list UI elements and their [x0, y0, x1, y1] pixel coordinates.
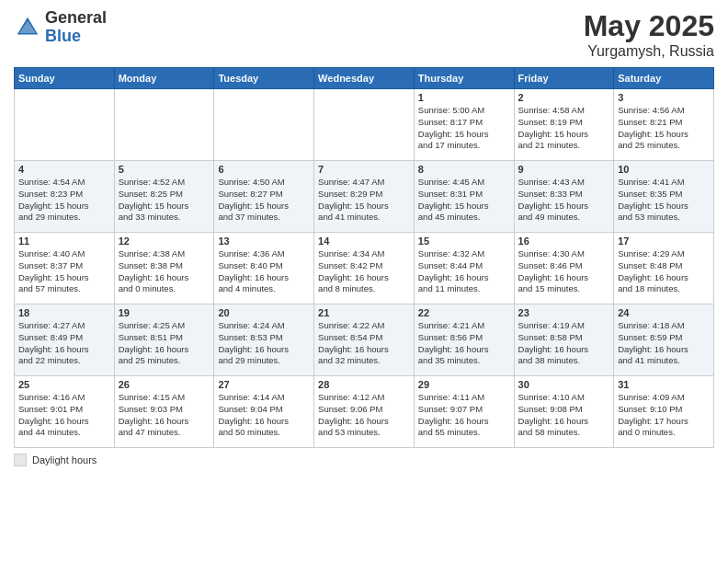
day-info: Sunrise: 4:22 AMSunset: 8:54 PMDaylight:…	[318, 320, 410, 367]
calendar-cell: 16Sunrise: 4:30 AMSunset: 8:46 PMDayligh…	[514, 233, 614, 304]
title-block: May 2025 Yurgamysh, Russia	[584, 9, 714, 60]
day-number: 6	[218, 164, 310, 175]
calendar-cell: 30Sunrise: 4:10 AMSunset: 9:08 PMDayligh…	[514, 376, 614, 448]
calendar-cell: 10Sunrise: 4:41 AMSunset: 8:35 PMDayligh…	[614, 161, 714, 233]
day-number: 9	[518, 164, 610, 175]
day-info: Sunrise: 4:41 AMSunset: 8:35 PMDaylight:…	[618, 177, 710, 224]
calendar-week-row: 25Sunrise: 4:16 AMSunset: 9:01 PMDayligh…	[15, 376, 714, 448]
calendar-cell: 15Sunrise: 4:32 AMSunset: 8:44 PMDayligh…	[414, 233, 514, 304]
day-number: 27	[218, 379, 310, 390]
calendar-cell: 11Sunrise: 4:40 AMSunset: 8:37 PMDayligh…	[15, 233, 115, 304]
day-info: Sunrise: 4:16 AMSunset: 9:01 PMDaylight:…	[18, 392, 110, 439]
calendar-cell: 9Sunrise: 4:43 AMSunset: 8:33 PMDaylight…	[514, 161, 614, 233]
day-info: Sunrise: 4:40 AMSunset: 8:37 PMDaylight:…	[18, 248, 110, 295]
calendar-cell: 27Sunrise: 4:14 AMSunset: 9:04 PMDayligh…	[214, 376, 314, 448]
calendar-header-friday: Friday	[514, 68, 614, 89]
day-number: 23	[518, 307, 610, 318]
day-info: Sunrise: 4:25 AMSunset: 8:51 PMDaylight:…	[119, 320, 210, 367]
day-number: 2	[518, 92, 610, 103]
calendar-week-row: 18Sunrise: 4:27 AMSunset: 8:49 PMDayligh…	[15, 304, 714, 376]
calendar-cell: 14Sunrise: 4:34 AMSunset: 8:42 PMDayligh…	[314, 233, 415, 304]
calendar-cell: 12Sunrise: 4:38 AMSunset: 8:38 PMDayligh…	[114, 233, 214, 304]
day-info: Sunrise: 4:21 AMSunset: 8:56 PMDaylight:…	[418, 320, 510, 367]
day-info: Sunrise: 4:19 AMSunset: 8:58 PMDaylight:…	[518, 320, 610, 367]
day-number: 17	[618, 236, 710, 247]
calendar-cell: 31Sunrise: 4:09 AMSunset: 9:10 PMDayligh…	[614, 376, 714, 448]
day-info: Sunrise: 4:18 AMSunset: 8:59 PMDaylight:…	[618, 320, 710, 367]
day-number: 4	[18, 164, 110, 175]
calendar-cell: 8Sunrise: 4:45 AMSunset: 8:31 PMDaylight…	[414, 161, 514, 233]
day-info: Sunrise: 4:34 AMSunset: 8:42 PMDaylight:…	[318, 248, 410, 295]
day-info: Sunrise: 4:38 AMSunset: 8:38 PMDaylight:…	[119, 248, 210, 295]
logo-blue: Blue	[45, 28, 107, 46]
calendar-cell: 7Sunrise: 4:47 AMSunset: 8:29 PMDaylight…	[314, 161, 415, 233]
day-info: Sunrise: 4:45 AMSunset: 8:31 PMDaylight:…	[418, 177, 510, 224]
calendar-cell	[314, 89, 415, 161]
header: General Blue May 2025 Yurgamysh, Russia	[14, 9, 714, 60]
day-number: 11	[18, 236, 110, 247]
calendar-cell: 21Sunrise: 4:22 AMSunset: 8:54 PMDayligh…	[314, 304, 415, 376]
day-number: 5	[119, 164, 210, 175]
title-month: May 2025	[584, 9, 714, 43]
calendar-header-monday: Monday	[114, 68, 214, 89]
calendar-cell	[114, 89, 214, 161]
day-info: Sunrise: 4:14 AMSunset: 9:04 PMDaylight:…	[218, 392, 310, 439]
calendar-week-row: 1Sunrise: 5:00 AMSunset: 8:17 PMDaylight…	[15, 89, 714, 161]
calendar-header-sunday: Sunday	[15, 68, 115, 89]
calendar-cell: 20Sunrise: 4:24 AMSunset: 8:53 PMDayligh…	[214, 304, 314, 376]
calendar-week-row: 11Sunrise: 4:40 AMSunset: 8:37 PMDayligh…	[15, 233, 714, 304]
calendar-cell: 29Sunrise: 4:11 AMSunset: 9:07 PMDayligh…	[414, 376, 514, 448]
day-info: Sunrise: 4:36 AMSunset: 8:40 PMDaylight:…	[218, 248, 310, 295]
daylight-label: Daylight hours	[32, 454, 97, 465]
calendar-cell: 3Sunrise: 4:56 AMSunset: 8:21 PMDaylight…	[614, 89, 714, 161]
day-info: Sunrise: 4:12 AMSunset: 9:06 PMDaylight:…	[318, 392, 410, 439]
calendar-table: SundayMondayTuesdayWednesdayThursdayFrid…	[14, 67, 714, 448]
day-number: 10	[618, 164, 710, 175]
title-location: Yurgamysh, Russia	[584, 43, 714, 60]
day-number: 3	[618, 92, 710, 103]
day-info: Sunrise: 4:47 AMSunset: 8:29 PMDaylight:…	[318, 177, 410, 224]
calendar-cell: 28Sunrise: 4:12 AMSunset: 9:06 PMDayligh…	[314, 376, 415, 448]
calendar-header-wednesday: Wednesday	[314, 68, 415, 89]
calendar-week-row: 4Sunrise: 4:54 AMSunset: 8:23 PMDaylight…	[15, 161, 714, 233]
day-info: Sunrise: 4:29 AMSunset: 8:48 PMDaylight:…	[618, 248, 710, 295]
logo: General Blue	[14, 9, 107, 46]
day-number: 30	[518, 379, 610, 390]
calendar-cell: 6Sunrise: 4:50 AMSunset: 8:27 PMDaylight…	[214, 161, 314, 233]
day-info: Sunrise: 4:32 AMSunset: 8:44 PMDaylight:…	[418, 248, 510, 295]
day-info: Sunrise: 4:11 AMSunset: 9:07 PMDaylight:…	[418, 392, 510, 439]
day-info: Sunrise: 4:10 AMSunset: 9:08 PMDaylight:…	[518, 392, 610, 439]
day-number: 31	[618, 379, 710, 390]
day-number: 20	[218, 307, 310, 318]
footer-daylight-item: Daylight hours	[14, 454, 97, 466]
day-number: 18	[18, 307, 110, 318]
calendar-header-thursday: Thursday	[414, 68, 514, 89]
day-number: 8	[418, 164, 510, 175]
day-info: Sunrise: 4:56 AMSunset: 8:21 PMDaylight:…	[618, 105, 710, 152]
day-number: 25	[18, 379, 110, 390]
day-info: Sunrise: 4:27 AMSunset: 8:49 PMDaylight:…	[18, 320, 110, 367]
calendar-header-row: SundayMondayTuesdayWednesdayThursdayFrid…	[15, 68, 714, 89]
calendar-cell: 23Sunrise: 4:19 AMSunset: 8:58 PMDayligh…	[514, 304, 614, 376]
day-number: 22	[418, 307, 510, 318]
day-info: Sunrise: 4:54 AMSunset: 8:23 PMDaylight:…	[18, 177, 110, 224]
calendar-header-saturday: Saturday	[614, 68, 714, 89]
day-info: Sunrise: 4:50 AMSunset: 8:27 PMDaylight:…	[218, 177, 310, 224]
page: General Blue May 2025 Yurgamysh, Russia …	[0, 0, 728, 563]
calendar-cell	[214, 89, 314, 161]
day-number: 19	[119, 307, 210, 318]
calendar-cell: 17Sunrise: 4:29 AMSunset: 8:48 PMDayligh…	[614, 233, 714, 304]
logo-text: General Blue	[45, 9, 107, 46]
calendar-cell: 1Sunrise: 5:00 AMSunset: 8:17 PMDaylight…	[414, 89, 514, 161]
calendar-cell: 25Sunrise: 4:16 AMSunset: 9:01 PMDayligh…	[15, 376, 115, 448]
calendar-cell: 24Sunrise: 4:18 AMSunset: 8:59 PMDayligh…	[614, 304, 714, 376]
day-info: Sunrise: 5:00 AMSunset: 8:17 PMDaylight:…	[418, 105, 510, 152]
calendar-cell	[15, 89, 115, 161]
day-info: Sunrise: 4:52 AMSunset: 8:25 PMDaylight:…	[119, 177, 210, 224]
calendar-cell: 19Sunrise: 4:25 AMSunset: 8:51 PMDayligh…	[114, 304, 214, 376]
calendar-cell: 26Sunrise: 4:15 AMSunset: 9:03 PMDayligh…	[114, 376, 214, 448]
footer: Daylight hours	[14, 454, 714, 466]
day-number: 15	[418, 236, 510, 247]
day-number: 29	[418, 379, 510, 390]
daylight-box	[14, 454, 27, 466]
